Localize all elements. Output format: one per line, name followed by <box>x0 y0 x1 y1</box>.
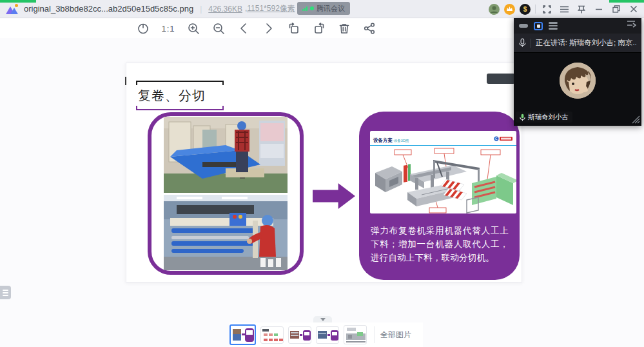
slide-image[interactable]: 复卷、分切 <box>126 63 522 283</box>
titlebar-controls: $ <box>489 0 640 18</box>
meeting-header <box>514 18 641 34</box>
meeting-status-pill[interactable]: 腾讯会议 <box>297 2 350 15</box>
thumbnail-strip: 全部图片 <box>229 322 423 347</box>
vendor-logo-icon: C <box>494 136 513 141</box>
signal-icon <box>302 6 307 11</box>
dimensions-link[interactable]: ,1151*592像素 <box>245 3 295 14</box>
recording-dot-icon <box>310 6 314 10</box>
thumbnail-3[interactable] <box>288 326 311 344</box>
machinery-3d-diagram <box>370 146 516 213</box>
controls-divider <box>535 5 536 14</box>
slide-title: 复卷、分切 <box>136 85 224 106</box>
app-logo-icon <box>6 4 19 14</box>
thumbnail-5[interactable] <box>344 325 367 344</box>
diagram-subtitle: -设备3D图 <box>393 139 409 143</box>
rotate-right-button[interactable] <box>311 21 327 36</box>
thumbnail-1-selected[interactable] <box>229 324 256 345</box>
speaking-label: 正在讲话: 斯瑞奇刘小吉; 南京... <box>536 38 636 48</box>
filename-label: original_3b8bde82cc...ab2d50e15d5c85c.pn… <box>24 4 193 14</box>
flow-arrow <box>313 183 355 209</box>
actual-size-button[interactable]: 1:1 <box>160 21 177 36</box>
delete-button[interactable] <box>336 21 353 36</box>
zoom-in-button[interactable] <box>185 21 202 36</box>
thumbbar-divider <box>375 326 375 343</box>
solution-box: 设备方案-设备3D图 C <box>359 112 520 280</box>
rotate-left-button[interactable] <box>286 21 302 36</box>
resize-handle[interactable] <box>630 114 640 124</box>
vip-crown-icon[interactable] <box>504 4 515 15</box>
fullscreen-button[interactable] <box>540 3 553 15</box>
all-images-link[interactable]: 全部图片 <box>380 330 411 341</box>
solution-description: 弹力布复卷机采用机器代替人工上下料；增加一台机器人取代人工，进行自动上下料，联动… <box>371 224 509 265</box>
minimize-button[interactable] <box>592 3 605 15</box>
title-bracket-top <box>136 81 224 85</box>
equipment-diagram: 设备方案-设备3D图 C <box>370 131 516 213</box>
participant-nametag: 斯瑞奇刘小吉 <box>516 112 572 123</box>
meeting-minimized-view-icon[interactable] <box>519 24 528 28</box>
viewer-toolbar: 1:1 <box>0 19 512 38</box>
meta-divider: | <box>200 5 202 14</box>
diagram-title: 设备方案 <box>373 137 393 143</box>
meeting-window[interactable]: 正在讲话: 斯瑞奇刘小吉; 南京... 斯瑞奇刘小吉 <box>514 18 641 126</box>
factory-photo-top <box>164 117 288 193</box>
participant-avatar <box>560 63 596 99</box>
speakbar-divider <box>531 39 531 48</box>
factory-photo-bottom <box>164 195 288 270</box>
chevron-down-icon <box>320 318 326 321</box>
pin-button[interactable] <box>575 3 588 15</box>
meeting-pill-label: 腾讯会议 <box>317 4 345 14</box>
sidebar-toggle[interactable] <box>0 286 11 299</box>
previous-image-button[interactable] <box>235 21 252 36</box>
menu-button[interactable] <box>558 3 571 15</box>
user-avatar[interactable] <box>489 4 500 15</box>
coin-icon[interactable]: $ <box>520 4 531 15</box>
file-meta: | 426.36KB ,1151*592像素 , 1/5 <box>200 3 313 14</box>
title-bracket-bottom <box>136 106 224 110</box>
meeting-video-view-icon[interactable] <box>534 22 543 30</box>
restore-button[interactable] <box>610 3 623 15</box>
slide-edge-mark <box>125 77 126 85</box>
titlebar: original_3b8bde82cc...ab2d50e15d5c85c.pn… <box>0 0 644 18</box>
thumbnail-2[interactable] <box>260 326 284 344</box>
svg-text:C: C <box>495 137 498 141</box>
filesize-link[interactable]: 426.36KB <box>208 5 242 14</box>
next-image-button[interactable] <box>260 21 277 36</box>
slide-title-block: 复卷、分切 <box>136 81 224 110</box>
meeting-video-area[interactable]: 斯瑞奇刘小吉 <box>514 53 641 125</box>
microphone-icon <box>519 38 526 48</box>
zoom-out-button[interactable] <box>210 21 227 36</box>
meeting-list-view-icon[interactable] <box>549 22 558 30</box>
tab-accent-left <box>0 0 36 3</box>
meeting-collapse-icon[interactable] <box>626 20 636 32</box>
app-window: original_3b8bde82cc...ab2d50e15d5c85c.pn… <box>0 0 644 347</box>
photo-frame <box>148 112 304 275</box>
participant-name: 斯瑞奇刘小吉 <box>528 113 569 122</box>
thumbnail-4[interactable] <box>316 326 339 344</box>
overlay-pill <box>487 74 515 84</box>
meeting-speaking-bar: 正在讲话: 斯瑞奇刘小吉; 南京... <box>514 34 641 53</box>
close-button[interactable] <box>627 3 640 15</box>
mouse-hint-icon[interactable] <box>135 21 151 36</box>
microphone-icon <box>520 114 525 121</box>
share-button[interactable] <box>361 21 378 36</box>
thumbnail-collapse-tab[interactable] <box>313 316 332 322</box>
